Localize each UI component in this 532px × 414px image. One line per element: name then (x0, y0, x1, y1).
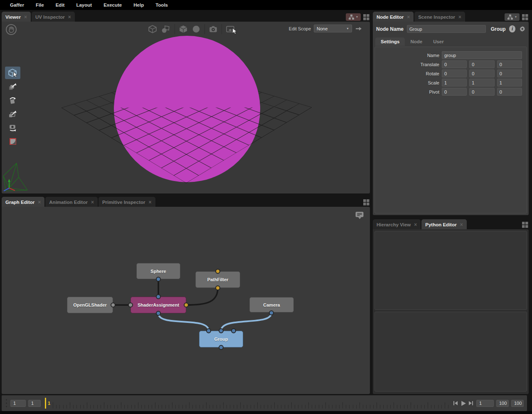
tab-settings[interactable]: Settings (375, 37, 405, 46)
pivot-z-field[interactable]: 0 (497, 88, 522, 96)
port-shaderassignment-in[interactable] (156, 294, 161, 299)
python-output-area[interactable] (374, 231, 527, 310)
menu-tools[interactable]: Tools (150, 2, 174, 7)
frame-start-field[interactable]: 1 (10, 400, 26, 407)
tabbar-spacer (156, 197, 361, 207)
wireframe-cube-icon[interactable] (148, 25, 157, 34)
skip-to-start-icon[interactable] (453, 400, 458, 406)
gear-icon[interactable] (519, 25, 526, 33)
select-tool-button[interactable] (5, 67, 20, 79)
close-icon[interactable]: × (414, 222, 417, 227)
node-label: Camera (263, 302, 280, 307)
menu-gaffer[interactable]: Gaffer (4, 2, 30, 7)
tab-hierarchy-view[interactable]: Hierarchy View × (373, 219, 421, 230)
scale-x-field[interactable]: 1 (442, 79, 467, 87)
close-icon[interactable]: × (149, 200, 152, 205)
timeline-grip-handle[interactable] (5, 398, 8, 408)
range-end-field[interactable]: 100 (496, 400, 509, 407)
value: 1 (479, 401, 482, 406)
translate-x-field[interactable]: 0 (442, 60, 467, 68)
layout-menu-button[interactable] (521, 13, 529, 21)
editor-focus-menu-button[interactable]: ▼ (505, 13, 520, 21)
name-field[interactable]: group (442, 51, 522, 59)
rotate-tool-button[interactable] (5, 94, 20, 107)
current-frame-field[interactable]: 1 (476, 400, 494, 407)
close-icon[interactable]: × (91, 200, 94, 205)
pan-hand-icon[interactable] (6, 24, 17, 35)
pivot-x-field[interactable]: 0 (442, 88, 467, 96)
camera-tool-button[interactable] (5, 121, 20, 134)
node-openglshader[interactable]: OpenGLShader (67, 297, 113, 313)
port-pathfilter-in[interactable] (215, 269, 220, 274)
tab-scene-inspector[interactable]: Scene Inspector × (414, 12, 465, 22)
timeline-ruler[interactable] (53, 395, 450, 411)
frame-increment-field[interactable]: 1 (28, 400, 41, 407)
viewer-viewport[interactable]: Edit Scope None ▼ (2, 22, 370, 193)
sphere-display-icon[interactable] (192, 25, 201, 34)
edit-scope-dropdown[interactable]: None ▼ (314, 25, 352, 32)
layout-menu-button[interactable] (362, 13, 370, 21)
port-group-in1[interactable] (219, 328, 224, 333)
tab-viewer[interactable]: Viewer × (2, 12, 31, 22)
port-shaderassignment-shader-in[interactable] (128, 302, 133, 307)
tab-graph-editor[interactable]: Graph Editor × (2, 197, 44, 207)
scale-tool-button[interactable] (5, 108, 20, 120)
port-group-in0[interactable] (206, 328, 211, 333)
translate-z-field[interactable]: 0 (497, 60, 522, 68)
close-icon[interactable]: × (460, 222, 463, 227)
close-icon[interactable]: × (68, 15, 71, 20)
tab-node[interactable]: Node (405, 37, 428, 46)
layout-menu-button[interactable] (521, 221, 529, 228)
rotate-x-field[interactable]: 0 (442, 69, 467, 77)
port-pathfilter-out[interactable] (215, 285, 220, 290)
rotate-y-field[interactable]: 0 (469, 69, 494, 77)
info-icon[interactable]: i (509, 25, 516, 32)
viewport-scene[interactable] (2, 22, 370, 193)
editor-focus-menu-button[interactable]: ▼ (346, 13, 361, 21)
sphere-object[interactable] (114, 36, 260, 182)
tab-primitive-inspector[interactable]: Primitive Inspector × (99, 197, 155, 207)
viewer-toolbar (148, 24, 237, 34)
translate-tool-button[interactable] (5, 80, 20, 93)
look-through-camera-icon[interactable] (209, 25, 218, 34)
scale-y-field[interactable]: 1 (469, 79, 494, 87)
port-openglshader-out[interactable] (111, 302, 116, 307)
play-icon[interactable] (460, 400, 466, 407)
node-name-input[interactable]: Group (407, 25, 486, 33)
shaded-objects-icon[interactable] (161, 25, 171, 34)
port-group-out[interactable] (219, 345, 224, 350)
layout-menu-button[interactable] (362, 198, 370, 206)
menu-edit[interactable]: Edit (50, 2, 71, 7)
port-camera-out[interactable] (269, 310, 274, 315)
translate-y-field[interactable]: 0 (469, 60, 494, 68)
graph-editor-canvas[interactable]: Sphere PathFilter OpenGLShader ShaderAss… (2, 207, 370, 394)
menu-execute[interactable]: Execute (98, 2, 128, 7)
skip-to-end-icon[interactable] (468, 400, 474, 406)
port-shaderassignment-filter-in[interactable] (184, 302, 189, 307)
tab-user[interactable]: User (428, 37, 449, 46)
tab-uv-inspector[interactable]: UV Inspector × (32, 12, 75, 22)
menu-help[interactable]: Help (128, 2, 150, 7)
port-sphere-out[interactable] (156, 277, 161, 282)
close-icon[interactable]: × (38, 200, 41, 205)
scale-z-field[interactable]: 1 (497, 79, 522, 87)
tab-python-editor[interactable]: Python Editor × (421, 219, 466, 230)
close-icon[interactable]: × (458, 15, 461, 20)
crop-window-tool-button[interactable] (5, 135, 20, 148)
tab-animation-editor[interactable]: Animation Editor × (45, 197, 98, 207)
menu-file[interactable]: File (30, 2, 50, 7)
playhead-line[interactable] (45, 398, 46, 409)
playhead[interactable]: 1 (45, 398, 50, 409)
port-group-in2[interactable] (231, 328, 236, 333)
close-icon[interactable]: × (407, 15, 410, 20)
solid-cube-icon[interactable] (179, 25, 188, 34)
pivot-y-field[interactable]: 0 (469, 88, 494, 96)
tab-node-editor[interactable]: Node Editor × (373, 12, 414, 22)
frame-end-field[interactable]: 100 (511, 400, 524, 407)
menu-layout[interactable]: Layout (70, 2, 98, 7)
python-input-area[interactable] (374, 312, 527, 392)
close-icon[interactable]: × (24, 15, 27, 20)
port-shaderassignment-out[interactable] (156, 311, 161, 316)
rotate-z-field[interactable]: 0 (497, 69, 522, 77)
edit-scope-go-icon[interactable] (355, 25, 362, 32)
